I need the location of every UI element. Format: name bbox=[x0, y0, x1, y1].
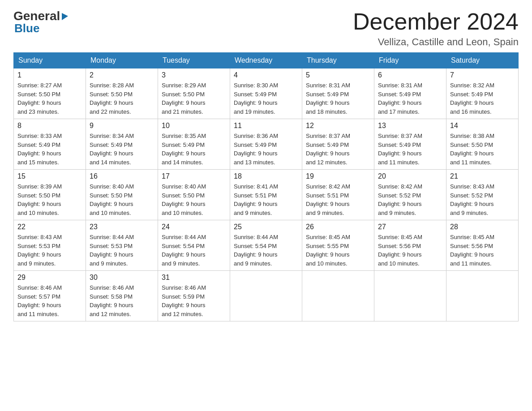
day-number: 21 bbox=[450, 172, 515, 180]
day-number: 10 bbox=[162, 122, 226, 130]
day-number: 30 bbox=[90, 274, 154, 282]
day-info: Sunrise: 8:35 AMSunset: 5:49 PMDaylight:… bbox=[162, 132, 226, 167]
calendar-cell: 22Sunrise: 8:43 AMSunset: 5:53 PMDayligh… bbox=[14, 220, 86, 271]
day-info: Sunrise: 8:40 AMSunset: 5:50 PMDaylight:… bbox=[162, 182, 226, 217]
day-info: Sunrise: 8:44 AMSunset: 5:53 PMDaylight:… bbox=[90, 233, 154, 268]
day-number: 2 bbox=[90, 71, 154, 79]
calendar-cell: 21Sunrise: 8:43 AMSunset: 5:52 PMDayligh… bbox=[446, 170, 519, 220]
calendar-cell: 6Sunrise: 8:31 AMSunset: 5:49 PMDaylight… bbox=[374, 68, 446, 119]
day-info: Sunrise: 8:46 AMSunset: 5:59 PMDaylight:… bbox=[162, 283, 226, 318]
day-info: Sunrise: 8:39 AMSunset: 5:50 PMDaylight:… bbox=[17, 182, 82, 217]
day-info: Sunrise: 8:45 AMSunset: 5:55 PMDaylight:… bbox=[306, 233, 370, 268]
day-number: 28 bbox=[450, 223, 515, 231]
day-number: 31 bbox=[162, 274, 226, 282]
weekday-header-saturday: Saturday bbox=[446, 53, 519, 68]
day-number: 29 bbox=[17, 274, 82, 282]
day-number: 23 bbox=[90, 223, 154, 231]
calendar-cell: 5Sunrise: 8:31 AMSunset: 5:49 PMDaylight… bbox=[302, 68, 374, 119]
day-info: Sunrise: 8:46 AMSunset: 5:58 PMDaylight:… bbox=[90, 283, 154, 318]
calendar-cell: 25Sunrise: 8:44 AMSunset: 5:54 PMDayligh… bbox=[230, 220, 302, 271]
calendar-cell: 3Sunrise: 8:29 AMSunset: 5:50 PMDaylight… bbox=[158, 68, 230, 119]
day-number: 12 bbox=[306, 122, 370, 130]
calendar-week-row: 8Sunrise: 8:33 AMSunset: 5:49 PMDaylight… bbox=[14, 119, 519, 170]
calendar-table: SundayMondayTuesdayWednesdayThursdayFrid… bbox=[13, 52, 519, 321]
calendar-cell: 24Sunrise: 8:44 AMSunset: 5:54 PMDayligh… bbox=[158, 220, 230, 271]
calendar-cell: 16Sunrise: 8:40 AMSunset: 5:50 PMDayligh… bbox=[86, 170, 158, 220]
day-info: Sunrise: 8:44 AMSunset: 5:54 PMDaylight:… bbox=[162, 233, 226, 268]
calendar-cell: 17Sunrise: 8:40 AMSunset: 5:50 PMDayligh… bbox=[158, 170, 230, 220]
calendar-cell: 12Sunrise: 8:37 AMSunset: 5:49 PMDayligh… bbox=[302, 119, 374, 170]
day-number: 17 bbox=[162, 172, 226, 180]
day-info: Sunrise: 8:30 AMSunset: 5:49 PMDaylight:… bbox=[234, 81, 298, 116]
day-number: 16 bbox=[90, 172, 154, 180]
calendar-cell: 28Sunrise: 8:45 AMSunset: 5:56 PMDayligh… bbox=[446, 220, 519, 271]
weekday-header-tuesday: Tuesday bbox=[158, 53, 230, 68]
day-number: 14 bbox=[450, 122, 515, 130]
calendar-cell: 27Sunrise: 8:45 AMSunset: 5:56 PMDayligh… bbox=[374, 220, 446, 271]
day-info: Sunrise: 8:38 AMSunset: 5:50 PMDaylight:… bbox=[450, 132, 515, 167]
calendar-cell: 10Sunrise: 8:35 AMSunset: 5:49 PMDayligh… bbox=[158, 119, 230, 170]
calendar-cell bbox=[230, 271, 302, 321]
day-info: Sunrise: 8:41 AMSunset: 5:51 PMDaylight:… bbox=[234, 182, 298, 217]
day-info: Sunrise: 8:43 AMSunset: 5:53 PMDaylight:… bbox=[17, 233, 82, 268]
calendar-cell: 8Sunrise: 8:33 AMSunset: 5:49 PMDaylight… bbox=[14, 119, 86, 170]
day-number: 1 bbox=[17, 71, 82, 79]
day-number: 19 bbox=[306, 172, 370, 180]
day-number: 5 bbox=[306, 71, 370, 79]
calendar-cell: 19Sunrise: 8:42 AMSunset: 5:51 PMDayligh… bbox=[302, 170, 374, 220]
calendar-cell: 20Sunrise: 8:42 AMSunset: 5:52 PMDayligh… bbox=[374, 170, 446, 220]
calendar-week-row: 1Sunrise: 8:27 AMSunset: 5:50 PMDaylight… bbox=[14, 68, 519, 119]
calendar-cell: 14Sunrise: 8:38 AMSunset: 5:50 PMDayligh… bbox=[446, 119, 519, 170]
day-info: Sunrise: 8:31 AMSunset: 5:49 PMDaylight:… bbox=[378, 81, 442, 116]
calendar-cell: 23Sunrise: 8:44 AMSunset: 5:53 PMDayligh… bbox=[86, 220, 158, 271]
day-number: 13 bbox=[378, 122, 442, 130]
calendar-cell: 13Sunrise: 8:37 AMSunset: 5:49 PMDayligh… bbox=[374, 119, 446, 170]
day-info: Sunrise: 8:46 AMSunset: 5:57 PMDaylight:… bbox=[17, 283, 82, 318]
day-number: 25 bbox=[234, 223, 298, 231]
title-section: December 2024 Velliza, Castille and Leon… bbox=[353, 9, 519, 48]
calendar-cell: 26Sunrise: 8:45 AMSunset: 5:55 PMDayligh… bbox=[302, 220, 374, 271]
page-header: General Blue December 2024 Velliza, Cast… bbox=[13, 9, 519, 48]
day-number: 6 bbox=[378, 71, 442, 79]
calendar-cell: 1Sunrise: 8:27 AMSunset: 5:50 PMDaylight… bbox=[14, 68, 86, 119]
day-info: Sunrise: 8:42 AMSunset: 5:52 PMDaylight:… bbox=[378, 182, 442, 217]
calendar-cell: 18Sunrise: 8:41 AMSunset: 5:51 PMDayligh… bbox=[230, 170, 302, 220]
main-title: December 2024 bbox=[353, 9, 519, 34]
day-info: Sunrise: 8:45 AMSunset: 5:56 PMDaylight:… bbox=[378, 233, 442, 268]
day-info: Sunrise: 8:37 AMSunset: 5:49 PMDaylight:… bbox=[378, 132, 442, 167]
day-number: 9 bbox=[90, 122, 154, 130]
logo-blue-text: Blue bbox=[14, 21, 39, 35]
day-info: Sunrise: 8:43 AMSunset: 5:52 PMDaylight:… bbox=[450, 182, 515, 217]
calendar-cell bbox=[302, 271, 374, 321]
calendar-cell: 29Sunrise: 8:46 AMSunset: 5:57 PMDayligh… bbox=[14, 271, 86, 321]
day-number: 3 bbox=[162, 71, 226, 79]
calendar-cell: 4Sunrise: 8:30 AMSunset: 5:49 PMDaylight… bbox=[230, 68, 302, 119]
day-number: 4 bbox=[234, 71, 298, 79]
day-info: Sunrise: 8:45 AMSunset: 5:56 PMDaylight:… bbox=[450, 233, 515, 268]
day-info: Sunrise: 8:42 AMSunset: 5:51 PMDaylight:… bbox=[306, 182, 370, 217]
day-number: 27 bbox=[378, 223, 442, 231]
day-number: 8 bbox=[17, 122, 82, 130]
day-info: Sunrise: 8:29 AMSunset: 5:50 PMDaylight:… bbox=[162, 81, 226, 116]
day-info: Sunrise: 8:33 AMSunset: 5:49 PMDaylight:… bbox=[17, 132, 82, 167]
logo-arrow-icon bbox=[61, 9, 69, 23]
day-info: Sunrise: 8:27 AMSunset: 5:50 PMDaylight:… bbox=[17, 81, 82, 116]
day-info: Sunrise: 8:44 AMSunset: 5:54 PMDaylight:… bbox=[234, 233, 298, 268]
calendar-cell: 11Sunrise: 8:36 AMSunset: 5:49 PMDayligh… bbox=[230, 119, 302, 170]
day-info: Sunrise: 8:31 AMSunset: 5:49 PMDaylight:… bbox=[306, 81, 370, 116]
subtitle: Velliza, Castille and Leon, Spain bbox=[353, 36, 519, 48]
calendar-cell: 15Sunrise: 8:39 AMSunset: 5:50 PMDayligh… bbox=[14, 170, 86, 220]
calendar-cell: 31Sunrise: 8:46 AMSunset: 5:59 PMDayligh… bbox=[158, 271, 230, 321]
day-number: 26 bbox=[306, 223, 370, 231]
weekday-header-sunday: Sunday bbox=[14, 53, 86, 68]
day-number: 18 bbox=[234, 172, 298, 180]
svg-marker-0 bbox=[62, 13, 68, 20]
weekday-header-thursday: Thursday bbox=[302, 53, 374, 68]
day-info: Sunrise: 8:34 AMSunset: 5:49 PMDaylight:… bbox=[90, 132, 154, 167]
day-number: 11 bbox=[234, 122, 298, 130]
weekday-header-monday: Monday bbox=[86, 53, 158, 68]
calendar-cell: 9Sunrise: 8:34 AMSunset: 5:49 PMDaylight… bbox=[86, 119, 158, 170]
weekday-header-wednesday: Wednesday bbox=[230, 53, 302, 68]
calendar-header-row: SundayMondayTuesdayWednesdayThursdayFrid… bbox=[14, 53, 519, 68]
day-number: 20 bbox=[378, 172, 442, 180]
